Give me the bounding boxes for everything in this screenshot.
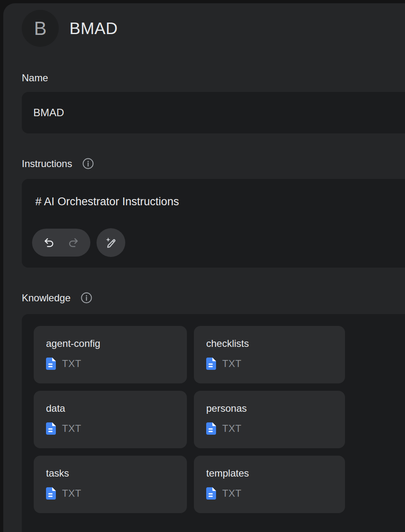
file-type: TXT [62,423,81,434]
knowledge-file-card[interactable]: data TXT [34,391,187,448]
file-type: TXT [62,358,81,369]
redo-icon [67,236,79,249]
rewrite-with-ai-button[interactable] [97,228,125,257]
instructions-text[interactable]: # AI Orchestrator Instructions [22,179,405,209]
file-name: agent-config [46,338,187,349]
knowledge-file-card[interactable]: agent-config TXT [34,326,187,383]
blue-document-icon [46,422,56,435]
blue-document-icon [46,487,56,500]
knowledge-file-grid: agent-config TXT checklists TXT data [34,326,393,513]
gem-editor-panel: B BMAD Name Instructions # AI Orchestrat… [3,3,405,532]
gem-header: B BMAD [22,3,405,47]
knowledge-label: Knowledge [22,292,71,304]
avatar-letter: B [34,17,47,39]
file-type: TXT [222,358,242,369]
instructions-label: Instructions [22,158,72,170]
file-name: data [46,403,187,414]
blue-document-icon [46,358,56,370]
redo-button[interactable] [67,236,79,249]
blue-document-icon [206,358,216,370]
knowledge-panel: agent-config TXT checklists TXT data [22,314,405,532]
magic-pencil-icon [104,236,117,249]
file-name: personas [206,403,345,414]
file-type: TXT [222,488,242,499]
knowledge-file-card[interactable]: checklists TXT [194,326,345,383]
blue-document-icon [206,487,216,500]
instructions-toolbar [32,228,125,257]
page-title: BMAD [69,19,118,38]
file-name: checklists [206,338,345,349]
file-name: tasks [46,468,187,479]
instructions-editor[interactable]: # AI Orchestrator Instructions [22,179,405,268]
name-input[interactable] [22,92,405,133]
gem-avatar: B [22,10,59,47]
info-icon[interactable] [82,158,94,170]
file-name: templates [206,468,345,479]
undo-icon [43,236,55,249]
knowledge-file-card[interactable]: personas TXT [194,391,345,448]
file-type: TXT [62,488,81,499]
name-label: Name [22,72,405,84]
blue-document-icon [206,422,216,435]
file-type: TXT [222,423,242,434]
undo-redo-group [32,229,90,257]
knowledge-file-card[interactable]: templates TXT [194,456,345,513]
info-icon[interactable] [81,292,92,304]
undo-button[interactable] [43,236,55,249]
knowledge-file-card[interactable]: tasks TXT [34,456,187,513]
